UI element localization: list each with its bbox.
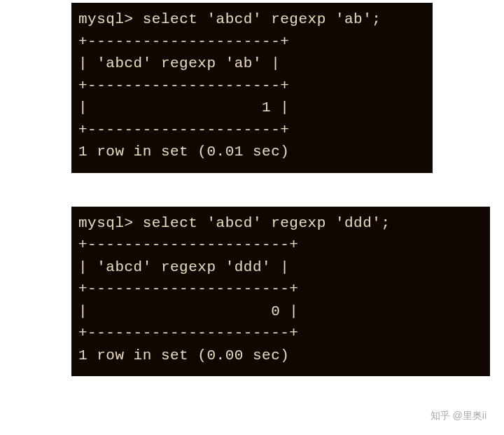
terminal-output-1: mysql> select 'abcd' regexp 'ab'; +-----… xyxy=(78,8,426,163)
table-header: | 'abcd' regexp 'ddd' | xyxy=(78,259,289,275)
table-header: | 'abcd' regexp 'ab' | xyxy=(78,55,280,71)
table-border: +---------------------+ xyxy=(78,78,289,94)
table-border: +---------------------+ xyxy=(78,34,289,50)
mysql-terminal-1: mysql> select 'abcd' regexp 'ab'; +-----… xyxy=(71,3,433,173)
mysql-prompt: mysql> xyxy=(78,215,134,231)
table-border: +----------------------+ xyxy=(78,325,298,341)
status-line: 1 row in set (0.01 sec) xyxy=(78,144,289,160)
terminal-output-2: mysql> select 'abcd' regexp 'ddd'; +----… xyxy=(78,212,483,367)
table-border: +----------------------+ xyxy=(78,237,298,253)
watermark-text: 知乎 @里奥ii xyxy=(430,410,486,422)
table-row: | 0 | xyxy=(78,303,298,319)
mysql-prompt: mysql> xyxy=(78,11,134,27)
sql-query: select 'abcd' regexp 'ddd'; xyxy=(143,215,391,231)
sql-query: select 'abcd' regexp 'ab'; xyxy=(143,11,382,27)
table-border: +----------------------+ xyxy=(78,281,298,297)
mysql-terminal-2: mysql> select 'abcd' regexp 'ddd'; +----… xyxy=(71,207,490,377)
table-row: | 1 | xyxy=(78,99,289,116)
status-line: 1 row in set (0.00 sec) xyxy=(78,347,289,364)
table-border: +---------------------+ xyxy=(78,122,289,138)
